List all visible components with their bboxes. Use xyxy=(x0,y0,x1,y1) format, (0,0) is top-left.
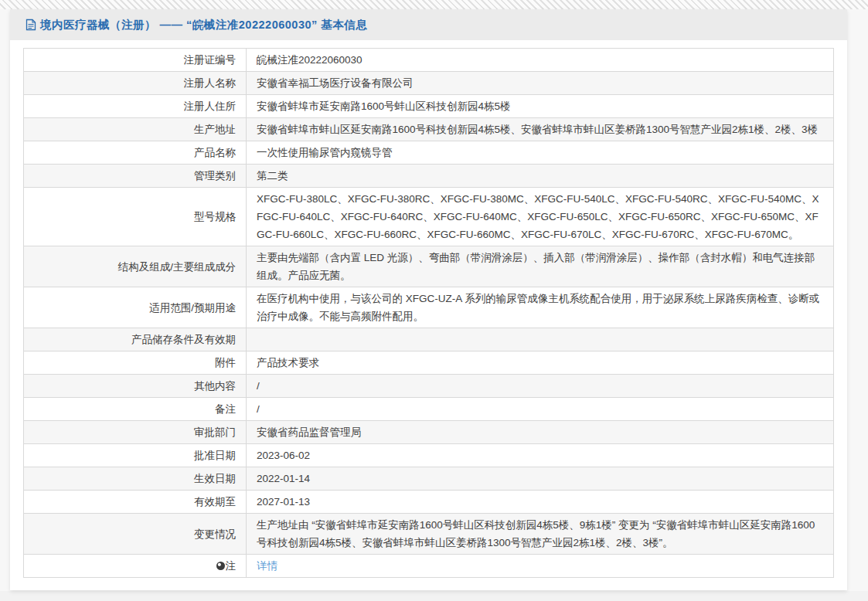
info-table: 注册证编号 皖械注准20222060030 注册人名称 安徽省幸福工场医疗设备有… xyxy=(23,48,834,578)
table-row: 注 详情 xyxy=(24,555,834,578)
table-row: 备注 / xyxy=(24,398,834,421)
table-row: 产品名称 一次性使用输尿管内窥镜导管 xyxy=(24,141,834,165)
table-row: 适用范围/预期用途 在医疗机构中使用，与该公司的 XFGC-UZ-A 系列的输尿… xyxy=(24,287,834,328)
row-label: 型号规格 xyxy=(24,188,247,246)
row-label: 结构及组成/主要组成成分 xyxy=(24,246,247,287)
table-row: 注册人名称 安徽省幸福工场医疗设备有限公司 xyxy=(24,72,834,95)
row-value: 安徽省幸福工场医疗设备有限公司 xyxy=(247,72,834,95)
table-row: 附件 产品技术要求 xyxy=(24,351,834,375)
row-label: 变更情况 xyxy=(24,514,247,555)
row-value: XFGC-FU-380LC、XFGC-FU-380RC、XFGC-FU-380M… xyxy=(247,188,834,246)
document-icon xyxy=(26,19,36,31)
top-hatch-pattern xyxy=(0,0,868,9)
row-label: 适用范围/预期用途 xyxy=(24,287,247,328)
row-value: 安徽省蚌埠市延安南路1600号蚌山区科技创新园4栋5楼 xyxy=(247,95,834,118)
row-label: 产品储存条件及有效期 xyxy=(24,328,247,351)
row-label: 生效日期 xyxy=(24,467,247,491)
row-value: 在医疗机构中使用，与该公司的 XFGC-UZ-A 系列的输尿管成像主机系统配合使… xyxy=(247,287,834,328)
row-label: 注册人名称 xyxy=(24,72,247,95)
row-label: 注册人住所 xyxy=(24,95,247,118)
row-label: 其他内容 xyxy=(24,375,247,398)
info-table-wrap: 注册证编号 皖械注准20222060030 注册人名称 安徽省幸福工场医疗设备有… xyxy=(23,48,834,578)
row-label: 有效期至 xyxy=(24,491,247,514)
table-row: 其他内容 / xyxy=(24,375,834,398)
row-label: 批准日期 xyxy=(24,444,247,467)
row-value xyxy=(247,328,834,351)
header-band: 境内医疗器械（注册） —— “皖械注准20222060030” 基本信息 xyxy=(10,9,847,40)
table-row: 审批部门 安徽省药品监督管理局 xyxy=(24,421,834,444)
row-value: 安徽省药品监督管理局 xyxy=(247,421,834,444)
row-value: 产品技术要求 xyxy=(247,351,834,375)
row-value: / xyxy=(247,375,834,398)
table-row: 型号规格 XFGC-FU-380LC、XFGC-FU-380RC、XFGC-FU… xyxy=(24,188,834,246)
row-label: 生产地址 xyxy=(24,118,247,141)
table-row: 注册人住所 安徽省蚌埠市延安南路1600号蚌山区科技创新园4栋5楼 xyxy=(24,95,834,118)
note-bullet-icon xyxy=(216,562,225,570)
row-label: 管理类别 xyxy=(24,165,247,188)
row-value: 皖械注准20222060030 xyxy=(247,49,834,72)
row-label: 备注 xyxy=(24,398,247,421)
table-row: 管理类别 第二类 xyxy=(24,165,834,188)
row-label: 注 xyxy=(24,555,247,578)
table-row: 结构及组成/主要组成成分 主要由先端部（含内置 LED 光源）、弯曲部（带润滑涂… xyxy=(24,246,834,287)
row-label: 产品名称 xyxy=(24,141,247,165)
row-value: / xyxy=(247,398,834,421)
table-row: 生效日期 2022-01-14 xyxy=(24,467,834,491)
table-row: 生产地址 安徽省蚌埠市蚌山区延安南路1600号科技创新园4栋5楼、安徽省蚌埠市蚌… xyxy=(24,118,834,141)
content-card: 境内医疗器械（注册） —— “皖械注准20222060030” 基本信息 注册证… xyxy=(10,9,847,590)
row-value: 2022-01-14 xyxy=(247,467,834,491)
row-value: 2023-06-02 xyxy=(247,444,834,467)
page-title: 境内医疗器械（注册） —— “皖械注准20222060030” 基本信息 xyxy=(40,18,367,32)
row-label: 审批部门 xyxy=(24,421,247,444)
table-row: 有效期至 2027-01-13 xyxy=(24,491,834,514)
table-row: 注册证编号 皖械注准20222060030 xyxy=(24,49,834,72)
row-value: 主要由先端部（含内置 LED 光源）、弯曲部（带润滑涂层）、插入部（带润滑涂层）… xyxy=(247,246,834,287)
table-row: 变更情况 生产地址由 “安徽省蚌埠市延安南路1600号蚌山区科技创新园4栋5楼、… xyxy=(24,514,834,555)
row-value: 安徽省蚌埠市蚌山区延安南路1600号科技创新园4栋5楼、安徽省蚌埠市蚌山区姜桥路… xyxy=(247,118,834,141)
row-label: 注册证编号 xyxy=(24,49,247,72)
row-label: 附件 xyxy=(24,351,247,375)
info-table-body: 注册证编号 皖械注准20222060030 注册人名称 安徽省幸福工场医疗设备有… xyxy=(24,49,834,578)
row-value: 详情 xyxy=(247,555,834,578)
row-value: 生产地址由 “安徽省蚌埠市延安南路1600号蚌山区科技创新园4栋5楼、9栋1楼”… xyxy=(247,514,834,555)
table-row: 产品储存条件及有效期 xyxy=(24,328,834,351)
row-value: 2027-01-13 xyxy=(247,491,834,514)
row-value: 一次性使用输尿管内窥镜导管 xyxy=(247,141,834,165)
detail-link[interactable]: 详情 xyxy=(257,560,277,572)
table-row: 批准日期 2023-06-02 xyxy=(24,444,834,467)
row-value: 第二类 xyxy=(247,165,834,188)
